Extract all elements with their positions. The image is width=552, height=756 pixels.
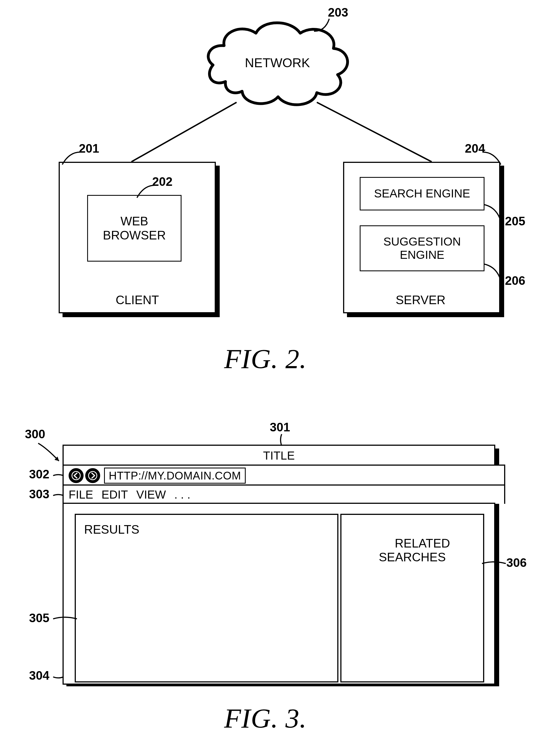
results-label: RESULTS xyxy=(84,523,139,536)
svg-point-2 xyxy=(72,471,80,480)
ref-201: 201 xyxy=(79,142,99,155)
ref-205: 205 xyxy=(505,214,525,228)
title-text: TITLE xyxy=(263,449,295,462)
ref-206: 206 xyxy=(505,274,525,288)
leader-304 xyxy=(52,674,66,680)
fig2-caption: FIG. 2. xyxy=(224,343,307,375)
ref-300: 300 xyxy=(25,427,45,441)
client-caption: CLIENT xyxy=(116,293,159,307)
address-url: HTTP://MY.DOMAIN.COM xyxy=(109,469,241,482)
menu-bar: FILE EDIT VIEW . . . xyxy=(62,485,505,504)
ref-304: 304 xyxy=(29,669,49,683)
network-label: NETWORK xyxy=(245,55,310,70)
web-browser-box: WEB BROWSER xyxy=(87,195,181,261)
menu-edit[interactable]: EDIT xyxy=(102,488,128,501)
search-engine-box: SEARCH ENGINE xyxy=(360,177,485,210)
ref-203: 203 xyxy=(328,6,348,19)
fig3-caption: FIG. 3. xyxy=(224,702,307,734)
svg-point-3 xyxy=(89,471,97,480)
ref-204: 204 xyxy=(465,142,485,155)
ref-306: 306 xyxy=(506,556,527,570)
content-area: RESULTS RELATED SEARCHES xyxy=(62,503,495,685)
ref-301: 301 xyxy=(270,420,290,434)
related-searches-label: RELATED SEARCHES xyxy=(379,536,450,564)
ref-305: 305 xyxy=(29,611,49,625)
ref-202: 202 xyxy=(152,175,172,189)
address-bar[interactable]: HTTP://MY.DOMAIN.COM xyxy=(104,467,246,484)
leader-306 xyxy=(481,560,507,568)
results-pane: RESULTS xyxy=(75,514,338,683)
leader-301 xyxy=(276,433,287,447)
ref-303: 303 xyxy=(29,487,49,501)
back-button[interactable] xyxy=(68,468,84,483)
menu-view[interactable]: VIEW xyxy=(136,488,166,501)
title-bar: TITLE xyxy=(62,445,495,466)
related-searches-pane: RELATED SEARCHES xyxy=(340,514,484,683)
leader-300 xyxy=(30,441,66,466)
ref-302: 302 xyxy=(29,467,49,481)
menu-file[interactable]: FILE xyxy=(68,488,93,501)
suggestion-engine-box: SUGGESTION ENGINE xyxy=(360,225,485,271)
server-caption: SERVER xyxy=(396,293,445,307)
leader-305 xyxy=(52,615,78,623)
toolbar-row: HTTP://MY.DOMAIN.COM xyxy=(62,464,505,486)
leader-303 xyxy=(52,493,66,498)
leader-302 xyxy=(52,473,66,479)
forward-button[interactable] xyxy=(85,468,100,483)
menu-more[interactable]: . . . xyxy=(174,488,190,501)
